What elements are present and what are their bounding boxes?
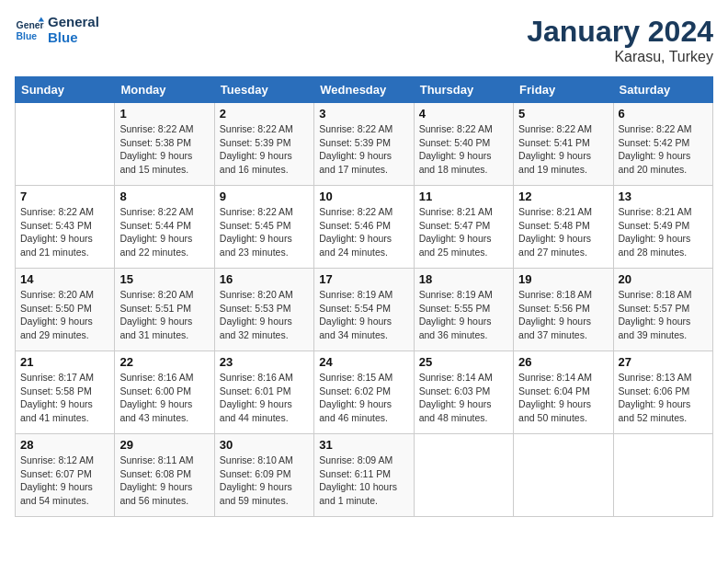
day-info: Sunrise: 8:22 AM Sunset: 5:40 PM Dayligh… [419, 122, 508, 177]
day-number: 10 [319, 190, 408, 203]
calendar-cell: 24Sunrise: 8:15 AM Sunset: 6:02 PM Dayli… [314, 351, 414, 434]
weekday-header-thursday: Thursday [414, 77, 513, 103]
day-info: Sunrise: 8:15 AM Sunset: 6:02 PM Dayligh… [319, 371, 408, 425]
calendar-cell: 18Sunrise: 8:19 AM Sunset: 5:55 PM Dayli… [414, 269, 513, 351]
day-number: 22 [119, 355, 209, 369]
day-number: 28 [20, 438, 109, 452]
weekday-header-wednesday: Wednesday [314, 77, 414, 103]
day-info: Sunrise: 8:14 AM Sunset: 6:04 PM Dayligh… [518, 371, 608, 425]
day-number: 2 [220, 107, 309, 121]
day-number: 19 [518, 272, 608, 286]
logo-icon: General Blue [15, 16, 44, 45]
calendar-cell: 22Sunrise: 8:16 AM Sunset: 6:00 PM Dayli… [115, 351, 214, 434]
location-subtitle: Karasu, Turkey [527, 49, 713, 65]
day-number: 23 [220, 355, 309, 369]
day-number: 9 [220, 190, 309, 203]
calendar-cell: 10Sunrise: 8:22 AM Sunset: 5:46 PM Dayli… [314, 186, 414, 269]
day-number: 15 [119, 272, 209, 286]
day-info: Sunrise: 8:13 AM Sunset: 6:06 PM Dayligh… [619, 371, 708, 425]
svg-marker-2 [39, 17, 44, 21]
day-number: 7 [20, 190, 109, 203]
calendar-cell: 3Sunrise: 8:22 AM Sunset: 5:39 PM Daylig… [314, 103, 414, 186]
day-number: 21 [20, 355, 109, 369]
day-info: Sunrise: 8:16 AM Sunset: 6:01 PM Dayligh… [220, 371, 309, 425]
calendar-cell: 21Sunrise: 8:17 AM Sunset: 5:58 PM Dayli… [16, 351, 115, 434]
calendar-cell: 17Sunrise: 8:19 AM Sunset: 5:54 PM Dayli… [314, 269, 414, 351]
calendar-cell: 20Sunrise: 8:18 AM Sunset: 5:57 PM Dayli… [613, 269, 712, 351]
day-number: 18 [419, 272, 508, 286]
day-info: Sunrise: 8:21 AM Sunset: 5:47 PM Dayligh… [419, 205, 508, 259]
calendar-cell: 7Sunrise: 8:22 AM Sunset: 5:43 PM Daylig… [16, 186, 115, 269]
day-number: 26 [518, 355, 608, 369]
calendar-cell: 29Sunrise: 8:11 AM Sunset: 6:08 PM Dayli… [115, 434, 214, 517]
day-number: 25 [419, 355, 508, 369]
calendar-header-row: SundayMondayTuesdayWednesdayThursdayFrid… [16, 77, 713, 103]
day-info: Sunrise: 8:17 AM Sunset: 5:58 PM Dayligh… [20, 371, 109, 425]
weekday-header-saturday: Saturday [613, 77, 712, 103]
day-number: 6 [619, 107, 708, 121]
day-info: Sunrise: 8:19 AM Sunset: 5:55 PM Dayligh… [419, 288, 508, 342]
calendar-cell: 13Sunrise: 8:21 AM Sunset: 5:49 PM Dayli… [613, 186, 712, 269]
day-number: 27 [619, 355, 708, 369]
day-info: Sunrise: 8:14 AM Sunset: 6:03 PM Dayligh… [419, 371, 508, 425]
day-number: 16 [220, 272, 309, 286]
calendar-table: SundayMondayTuesdayWednesdayThursdayFrid… [15, 76, 713, 517]
calendar-week-4: 21Sunrise: 8:17 AM Sunset: 5:58 PM Dayli… [16, 351, 713, 434]
calendar-cell: 26Sunrise: 8:14 AM Sunset: 6:04 PM Dayli… [514, 351, 613, 434]
day-info: Sunrise: 8:11 AM Sunset: 6:08 PM Dayligh… [119, 454, 209, 508]
day-number: 20 [619, 272, 708, 286]
day-info: Sunrise: 8:20 AM Sunset: 5:53 PM Dayligh… [220, 288, 309, 342]
day-number: 24 [319, 355, 408, 369]
day-number: 31 [319, 438, 408, 452]
calendar-cell: 12Sunrise: 8:21 AM Sunset: 5:48 PM Dayli… [514, 186, 613, 269]
day-info: Sunrise: 8:22 AM Sunset: 5:44 PM Dayligh… [119, 205, 209, 259]
svg-text:General: General [17, 20, 44, 30]
calendar-week-3: 14Sunrise: 8:20 AM Sunset: 5:50 PM Dayli… [16, 269, 713, 351]
day-number: 4 [419, 107, 508, 121]
day-info: Sunrise: 8:12 AM Sunset: 6:07 PM Dayligh… [20, 454, 109, 508]
day-info: Sunrise: 8:22 AM Sunset: 5:46 PM Dayligh… [319, 205, 408, 259]
day-number: 30 [220, 438, 309, 452]
logo-general: General [48, 15, 99, 30]
calendar-cell [514, 434, 613, 517]
calendar-cell: 27Sunrise: 8:13 AM Sunset: 6:06 PM Dayli… [613, 351, 712, 434]
day-number: 8 [119, 190, 209, 203]
page-header: General Blue General Blue January 2024 K… [15, 15, 713, 65]
calendar-body: 1Sunrise: 8:22 AM Sunset: 5:38 PM Daylig… [16, 103, 713, 517]
calendar-cell: 19Sunrise: 8:18 AM Sunset: 5:56 PM Dayli… [514, 269, 613, 351]
day-info: Sunrise: 8:21 AM Sunset: 5:49 PM Dayligh… [619, 205, 708, 259]
weekday-header-friday: Friday [514, 77, 613, 103]
day-info: Sunrise: 8:21 AM Sunset: 5:48 PM Dayligh… [518, 205, 608, 259]
calendar-cell: 2Sunrise: 8:22 AM Sunset: 5:39 PM Daylig… [214, 103, 313, 186]
calendar-cell [613, 434, 712, 517]
calendar-cell: 14Sunrise: 8:20 AM Sunset: 5:50 PM Dayli… [16, 269, 115, 351]
day-info: Sunrise: 8:20 AM Sunset: 5:51 PM Dayligh… [119, 288, 209, 342]
logo-blue: Blue [48, 30, 99, 46]
day-info: Sunrise: 8:20 AM Sunset: 5:50 PM Dayligh… [20, 288, 109, 342]
day-number: 17 [319, 272, 408, 286]
day-number: 14 [20, 272, 109, 286]
calendar-cell [16, 103, 115, 186]
calendar-cell: 15Sunrise: 8:20 AM Sunset: 5:51 PM Dayli… [115, 269, 214, 351]
day-number: 11 [419, 190, 508, 203]
day-number: 29 [119, 438, 209, 452]
calendar-week-1: 1Sunrise: 8:22 AM Sunset: 5:38 PM Daylig… [16, 103, 713, 186]
calendar-cell: 25Sunrise: 8:14 AM Sunset: 6:03 PM Dayli… [414, 351, 513, 434]
calendar-week-5: 28Sunrise: 8:12 AM Sunset: 6:07 PM Dayli… [16, 434, 713, 517]
day-number: 13 [619, 190, 708, 203]
calendar-cell: 30Sunrise: 8:10 AM Sunset: 6:09 PM Dayli… [214, 434, 313, 517]
day-info: Sunrise: 8:09 AM Sunset: 6:11 PM Dayligh… [319, 454, 408, 508]
day-number: 1 [119, 107, 209, 121]
calendar-cell: 5Sunrise: 8:22 AM Sunset: 5:41 PM Daylig… [514, 103, 613, 186]
calendar-cell: 4Sunrise: 8:22 AM Sunset: 5:40 PM Daylig… [414, 103, 513, 186]
day-info: Sunrise: 8:22 AM Sunset: 5:41 PM Dayligh… [518, 122, 608, 177]
calendar-cell: 9Sunrise: 8:22 AM Sunset: 5:45 PM Daylig… [214, 186, 313, 269]
calendar-cell [414, 434, 513, 517]
day-info: Sunrise: 8:10 AM Sunset: 6:09 PM Dayligh… [220, 454, 309, 508]
day-info: Sunrise: 8:22 AM Sunset: 5:42 PM Dayligh… [619, 122, 708, 177]
month-title: January 2024 [527, 15, 713, 49]
day-number: 5 [518, 107, 608, 121]
title-block: January 2024 Karasu, Turkey [527, 15, 713, 65]
logo: General Blue General Blue [15, 15, 99, 45]
calendar-cell: 31Sunrise: 8:09 AM Sunset: 6:11 PM Dayli… [314, 434, 414, 517]
